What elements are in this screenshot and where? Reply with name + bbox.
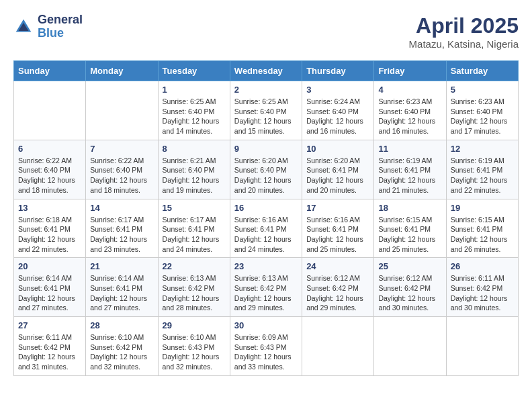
day-info: Sunrise: 6:16 AMSunset: 6:41 PMDaylight:…	[234, 215, 298, 255]
month-title: April 2025	[409, 13, 519, 38]
calendar-week-row: 13Sunrise: 6:18 AMSunset: 6:41 PMDayligh…	[14, 199, 519, 258]
day-number: 19	[451, 203, 514, 213]
calendar-week-row: 20Sunrise: 6:14 AMSunset: 6:41 PMDayligh…	[14, 258, 519, 317]
day-info: Sunrise: 6:22 AMSunset: 6:40 PMDaylight:…	[18, 156, 81, 195]
location-subtitle: Matazu, Katsina, Nigeria	[409, 38, 519, 50]
calendar-header-row: SundayMondayTuesdayWednesdayThursdayFrid…	[14, 61, 519, 81]
day-number: 8	[163, 144, 226, 154]
day-of-week-header: Wednesday	[230, 61, 302, 81]
day-info: Sunrise: 6:19 AMSunset: 6:41 PMDaylight:…	[451, 156, 514, 195]
calendar-cell: 16Sunrise: 6:16 AMSunset: 6:41 PMDayligh…	[230, 199, 302, 258]
calendar-week-row: 6Sunrise: 6:22 AMSunset: 6:40 PMDaylight…	[14, 140, 519, 199]
day-info: Sunrise: 6:21 AMSunset: 6:40 PMDaylight:…	[163, 156, 226, 195]
day-info: Sunrise: 6:12 AMSunset: 6:42 PMDaylight:…	[306, 273, 369, 313]
day-number: 13	[18, 203, 81, 213]
calendar-cell: 15Sunrise: 6:17 AMSunset: 6:41 PMDayligh…	[158, 199, 230, 258]
day-info: Sunrise: 6:13 AMSunset: 6:42 PMDaylight:…	[163, 273, 226, 313]
day-info: Sunrise: 6:15 AMSunset: 6:41 PMDaylight:…	[451, 215, 514, 255]
calendar-cell: 26Sunrise: 6:11 AMSunset: 6:42 PMDayligh…	[446, 258, 518, 317]
day-number: 15	[163, 203, 226, 213]
calendar-cell: 20Sunrise: 6:14 AMSunset: 6:41 PMDayligh…	[14, 258, 86, 317]
calendar-cell: 22Sunrise: 6:13 AMSunset: 6:42 PMDayligh…	[158, 258, 230, 317]
calendar-cell: 17Sunrise: 6:16 AMSunset: 6:41 PMDayligh…	[302, 199, 374, 258]
day-of-week-header: Saturday	[446, 61, 518, 81]
logo-text: General Blue	[38, 13, 83, 40]
day-number: 3	[306, 85, 369, 95]
day-of-week-header: Thursday	[302, 61, 374, 81]
title-area: April 2025 Matazu, Katsina, Nigeria	[409, 13, 519, 50]
day-number: 27	[18, 320, 81, 330]
calendar-cell: 24Sunrise: 6:12 AMSunset: 6:42 PMDayligh…	[302, 258, 374, 317]
calendar-cell: 19Sunrise: 6:15 AMSunset: 6:41 PMDayligh…	[446, 199, 518, 258]
day-number: 23	[234, 261, 298, 271]
day-number: 22	[163, 261, 226, 271]
calendar-cell: 3Sunrise: 6:24 AMSunset: 6:40 PMDaylight…	[302, 81, 374, 140]
day-info: Sunrise: 6:11 AMSunset: 6:42 PMDaylight:…	[451, 273, 514, 313]
day-info: Sunrise: 6:11 AMSunset: 6:42 PMDaylight:…	[18, 332, 81, 372]
calendar-cell: 6Sunrise: 6:22 AMSunset: 6:40 PMDaylight…	[14, 140, 86, 199]
day-of-week-header: Monday	[86, 61, 158, 81]
calendar-cell: 28Sunrise: 6:10 AMSunset: 6:42 PMDayligh…	[86, 317, 158, 376]
page-header: General Blue April 2025 Matazu, Katsina,…	[13, 13, 519, 50]
day-number: 17	[306, 203, 369, 213]
day-number: 1	[163, 85, 226, 95]
calendar-cell	[86, 81, 158, 140]
day-info: Sunrise: 6:13 AMSunset: 6:42 PMDaylight:…	[234, 273, 298, 313]
day-info: Sunrise: 6:25 AMSunset: 6:40 PMDaylight:…	[234, 97, 298, 136]
day-number: 24	[306, 261, 369, 271]
logo-blue: Blue	[38, 27, 83, 40]
logo-icon	[13, 17, 34, 37]
calendar-cell: 7Sunrise: 6:22 AMSunset: 6:40 PMDaylight…	[86, 140, 158, 199]
day-of-week-header: Sunday	[14, 61, 86, 81]
day-info: Sunrise: 6:22 AMSunset: 6:40 PMDaylight:…	[90, 156, 153, 195]
day-info: Sunrise: 6:16 AMSunset: 6:41 PMDaylight:…	[306, 215, 369, 255]
day-of-week-header: Friday	[374, 61, 446, 81]
calendar-week-row: 27Sunrise: 6:11 AMSunset: 6:42 PMDayligh…	[14, 317, 519, 376]
calendar-cell: 12Sunrise: 6:19 AMSunset: 6:41 PMDayligh…	[446, 140, 518, 199]
day-info: Sunrise: 6:24 AMSunset: 6:40 PMDaylight:…	[306, 97, 369, 136]
day-info: Sunrise: 6:10 AMSunset: 6:42 PMDaylight:…	[90, 332, 153, 372]
day-number: 30	[234, 320, 298, 330]
day-number: 18	[378, 203, 441, 213]
day-number: 29	[163, 320, 226, 330]
day-number: 25	[378, 261, 441, 271]
day-number: 28	[90, 320, 153, 330]
day-number: 5	[451, 85, 514, 95]
day-info: Sunrise: 6:20 AMSunset: 6:40 PMDaylight:…	[234, 156, 298, 195]
day-of-week-header: Tuesday	[158, 61, 230, 81]
calendar-cell: 23Sunrise: 6:13 AMSunset: 6:42 PMDayligh…	[230, 258, 302, 317]
day-number: 2	[234, 85, 298, 95]
calendar-cell: 13Sunrise: 6:18 AMSunset: 6:41 PMDayligh…	[14, 199, 86, 258]
calendar-cell	[374, 317, 446, 376]
calendar-table: SundayMondayTuesdayWednesdayThursdayFrid…	[13, 60, 519, 376]
day-number: 4	[378, 85, 441, 95]
calendar-cell: 11Sunrise: 6:19 AMSunset: 6:41 PMDayligh…	[374, 140, 446, 199]
day-info: Sunrise: 6:17 AMSunset: 6:41 PMDaylight:…	[90, 215, 153, 255]
day-info: Sunrise: 6:23 AMSunset: 6:40 PMDaylight:…	[378, 97, 441, 136]
day-info: Sunrise: 6:15 AMSunset: 6:41 PMDaylight:…	[378, 215, 441, 255]
calendar-cell	[446, 317, 518, 376]
day-number: 11	[378, 144, 441, 154]
logo-general: General	[38, 13, 83, 27]
calendar-week-row: 1Sunrise: 6:25 AMSunset: 6:40 PMDaylight…	[14, 81, 519, 140]
day-info: Sunrise: 6:19 AMSunset: 6:41 PMDaylight:…	[378, 156, 441, 195]
day-number: 7	[90, 144, 153, 154]
day-number: 14	[90, 203, 153, 213]
day-info: Sunrise: 6:14 AMSunset: 6:41 PMDaylight:…	[18, 273, 81, 313]
day-info: Sunrise: 6:17 AMSunset: 6:41 PMDaylight:…	[163, 215, 226, 255]
day-info: Sunrise: 6:23 AMSunset: 6:40 PMDaylight:…	[451, 97, 514, 136]
day-number: 21	[90, 261, 153, 271]
calendar-cell: 9Sunrise: 6:20 AMSunset: 6:40 PMDaylight…	[230, 140, 302, 199]
calendar-cell: 29Sunrise: 6:10 AMSunset: 6:43 PMDayligh…	[158, 317, 230, 376]
day-number: 26	[451, 261, 514, 271]
day-info: Sunrise: 6:25 AMSunset: 6:40 PMDaylight:…	[163, 97, 226, 136]
day-info: Sunrise: 6:20 AMSunset: 6:41 PMDaylight:…	[306, 156, 369, 195]
calendar-cell: 1Sunrise: 6:25 AMSunset: 6:40 PMDaylight…	[158, 81, 230, 140]
day-number: 16	[234, 203, 298, 213]
calendar-cell: 2Sunrise: 6:25 AMSunset: 6:40 PMDaylight…	[230, 81, 302, 140]
day-number: 6	[18, 144, 81, 154]
calendar-cell: 8Sunrise: 6:21 AMSunset: 6:40 PMDaylight…	[158, 140, 230, 199]
logo: General Blue	[13, 13, 83, 40]
day-number: 10	[306, 144, 369, 154]
day-number: 12	[451, 144, 514, 154]
